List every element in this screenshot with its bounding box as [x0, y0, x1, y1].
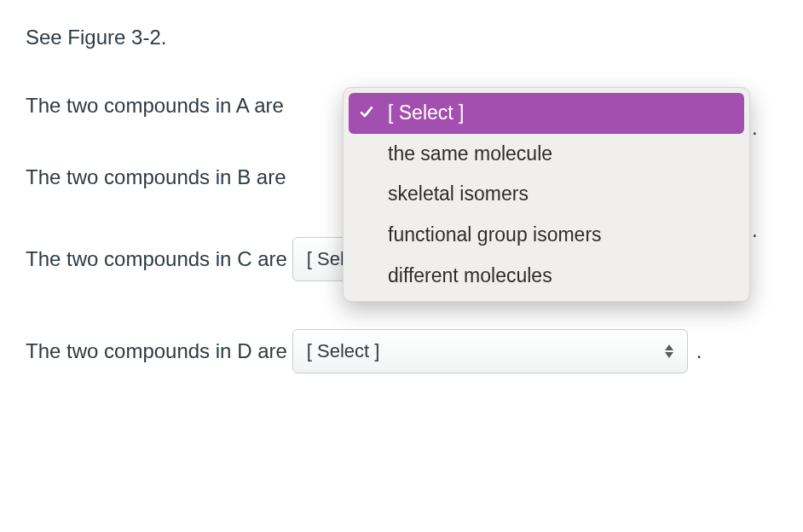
svg-marker-2	[665, 344, 673, 350]
period-a: .	[752, 116, 758, 140]
dropdown-option-1-label: skeletal isomers	[388, 182, 529, 205]
select-d-value: [ Select ]	[307, 340, 380, 362]
select-d[interactable]: [ Select ]	[292, 329, 688, 373]
dropdown-option-placeholder[interactable]: [ Select ]	[349, 93, 744, 134]
dropdown-option-placeholder-label: [ Select ]	[388, 101, 464, 124]
dropdown-option-1[interactable]: skeletal isomers	[349, 174, 744, 215]
dropdown-option-0[interactable]: the same molecule	[349, 134, 744, 175]
period-d: .	[696, 339, 702, 363]
question-row-d: The two compounds in D are [ Select ] .	[26, 329, 777, 373]
svg-marker-3	[665, 352, 673, 358]
dropdown-option-2-label: functional group isomers	[388, 223, 602, 246]
sentence-a: The two compounds in A are	[26, 94, 284, 118]
dropdown-option-3[interactable]: different molecules	[349, 256, 744, 297]
updown-icon	[661, 343, 677, 360]
dropdown-option-2[interactable]: functional group isomers	[349, 215, 744, 256]
dropdown-option-3-label: different molecules	[388, 264, 552, 286]
dropdown-option-0-label: the same molecule	[388, 142, 552, 165]
sentence-b: The two compounds in B are	[26, 165, 286, 189]
instruction-heading: See Figure 3-2.	[26, 26, 777, 49]
check-icon	[359, 98, 374, 129]
select-a-dropdown[interactable]: [ Select ] the same molecule skeletal is…	[343, 87, 750, 302]
sentence-c: The two compounds in C are	[26, 247, 287, 271]
period-b: .	[752, 218, 758, 242]
sentence-d: The two compounds in D are	[26, 339, 287, 363]
